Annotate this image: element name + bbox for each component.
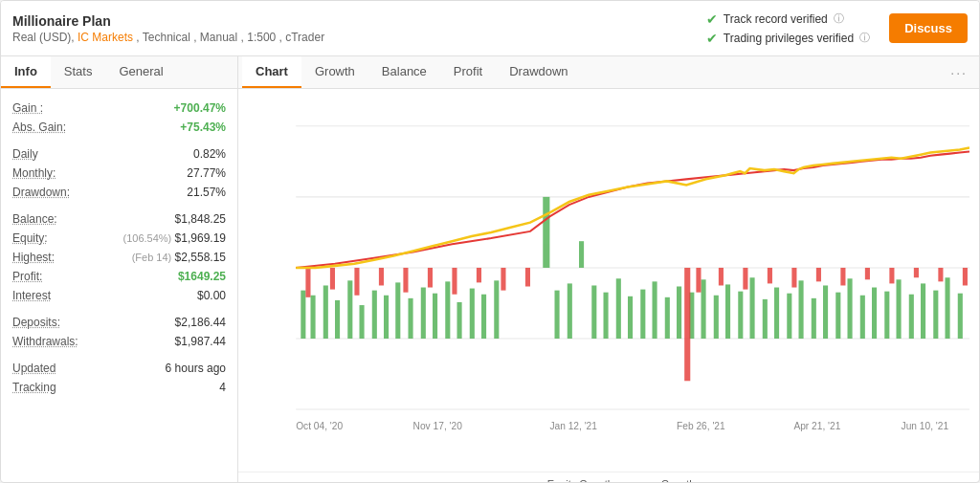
highest-value: (Feb 14) $2,558.15 <box>132 251 226 264</box>
svg-text:Oct 04, '20: Oct 04, '20 <box>296 421 343 431</box>
svg-rect-30 <box>470 289 475 339</box>
info-icon-1[interactable]: ⓘ <box>834 11 844 26</box>
svg-rect-36 <box>579 241 584 268</box>
svg-rect-24 <box>395 282 400 339</box>
svg-text:Jun 10, '21: Jun 10, '21 <box>902 421 949 431</box>
profit-row: Profit: $1649.25 <box>12 267 226 286</box>
svg-rect-74 <box>452 268 457 295</box>
chart-more-button[interactable]: ··· <box>943 57 975 88</box>
svg-rect-46 <box>702 279 706 339</box>
svg-rect-76 <box>501 268 505 291</box>
page-title: Millionaire Plan <box>12 13 706 29</box>
track-record-verified: ✔ Track record verified ⓘ <box>706 11 870 27</box>
withdrawals-value: $1,987.44 <box>175 335 226 348</box>
left-tabs: Info Stats General <box>1 56 237 89</box>
svg-rect-59 <box>860 296 865 339</box>
discuss-button[interactable]: Discuss <box>889 13 968 43</box>
svg-rect-90 <box>963 268 968 286</box>
svg-rect-39 <box>616 278 621 339</box>
balance-label: Balance: <box>12 212 57 226</box>
abs-gain-row: Abs. Gain: +75.43% <box>12 118 226 137</box>
svg-rect-56 <box>823 285 828 339</box>
svg-rect-78 <box>684 268 690 381</box>
gain-row: Gain : +700.47% <box>12 99 226 118</box>
svg-text:Apr 21, '21: Apr 21, '21 <box>793 421 840 431</box>
tab-info[interactable]: Info <box>1 56 51 88</box>
equity-prefix: (106.54%) <box>123 232 172 244</box>
daily-value: 0.82% <box>193 147 226 161</box>
verification-badges: ✔ Track record verified ⓘ ✔ Trading priv… <box>706 11 870 46</box>
svg-rect-71 <box>379 268 384 286</box>
chart-tab-chart[interactable]: Chart <box>242 56 301 88</box>
header-subtitle: Real (USD), IC Markets , Technical , Man… <box>12 31 706 44</box>
svg-rect-60 <box>872 288 877 339</box>
svg-rect-17 <box>311 296 316 339</box>
drawdown-label: Drawdown: <box>12 186 70 199</box>
withdrawals-row: Withdrawals: $1,987.44 <box>12 332 226 351</box>
svg-rect-35 <box>568 283 572 339</box>
svg-rect-29 <box>457 302 462 339</box>
highest-row: Highest: (Feb 14) $2,558.15 <box>12 248 226 267</box>
verified-label-1: Track record verified <box>724 12 828 26</box>
profit-value: $1649.25 <box>178 270 226 283</box>
svg-rect-22 <box>372 291 377 339</box>
chart-tab-drawdown[interactable]: Drawdown <box>496 56 581 88</box>
svg-rect-54 <box>799 280 804 339</box>
chart-tab-balance[interactable]: Balance <box>368 56 440 88</box>
highest-label: Highest: <box>12 251 55 264</box>
tab-general[interactable]: General <box>105 56 176 88</box>
tracking-row: Tracking 4 <box>12 378 226 397</box>
svg-rect-55 <box>812 298 816 339</box>
svg-rect-34 <box>555 291 560 339</box>
drawdown-row: Drawdown: 21.57% <box>12 183 226 202</box>
svg-rect-70 <box>354 268 359 296</box>
chart-tab-growth[interactable]: Growth <box>301 56 368 88</box>
check-icon-2: ✔ <box>706 31 718 46</box>
svg-text:Jan 12, '21: Jan 12, '21 <box>549 421 597 431</box>
chart-tab-profit[interactable]: Profit <box>440 56 496 88</box>
svg-rect-37 <box>591 285 596 339</box>
svg-text:Nov 17, '20: Nov 17, '20 <box>413 421 463 431</box>
broker-link[interactable]: IC Markets <box>78 31 133 44</box>
svg-text:Feb 26, '21: Feb 26, '21 <box>677 421 725 431</box>
highest-amount: $2,558.15 <box>175 251 226 264</box>
svg-rect-26 <box>421 288 426 339</box>
chart-legend: Equity Growth Growth <box>238 472 979 482</box>
svg-rect-82 <box>768 268 772 283</box>
svg-rect-28 <box>445 281 450 339</box>
svg-rect-38 <box>604 293 609 339</box>
svg-rect-19 <box>335 300 340 339</box>
svg-rect-61 <box>884 292 889 339</box>
chart-area: 1K% 500% 0% -500% -1K% Oct 04, '20 Nov 1… <box>238 89 979 472</box>
monthly-value: 27.77% <box>187 166 226 180</box>
svg-rect-31 <box>481 295 486 339</box>
withdrawals-label: Withdrawals: <box>12 335 78 348</box>
svg-rect-23 <box>384 296 389 339</box>
equity-label: Equity: <box>12 231 48 245</box>
svg-rect-40 <box>628 296 633 339</box>
trading-privileges-verified: ✔ Trading privileges verified ⓘ <box>706 31 870 46</box>
chart-svg: 1K% 500% 0% -500% -1K% Oct 04, '20 Nov 1… <box>286 99 969 433</box>
balance-value: $1,848.25 <box>175 212 226 226</box>
svg-rect-66 <box>946 277 950 339</box>
svg-rect-57 <box>835 293 840 339</box>
svg-rect-16 <box>301 291 305 339</box>
abs-gain-label: Abs. Gain: <box>12 121 66 134</box>
growth-label: Growth <box>661 478 695 482</box>
svg-rect-21 <box>360 305 365 339</box>
chart-tabs: Chart Growth Balance Profit Drawdown ··· <box>238 56 979 89</box>
svg-rect-62 <box>897 279 902 339</box>
updated-value: 6 hours ago <box>166 362 226 375</box>
daily-row: Daily 0.82% <box>12 144 226 164</box>
deposits-value: $2,186.44 <box>175 316 226 329</box>
tab-stats[interactable]: Stats <box>51 56 106 88</box>
info-content: Gain : +700.47% Abs. Gain: +75.43% Daily… <box>1 89 237 482</box>
svg-rect-81 <box>743 268 747 290</box>
deposits-row: Deposits: $2,186.44 <box>12 313 226 332</box>
svg-rect-73 <box>428 268 433 288</box>
info-icon-2[interactable]: ⓘ <box>859 31 870 45</box>
tracking-value: 4 <box>219 381 226 394</box>
interest-value: $0.00 <box>197 289 226 302</box>
monthly-row: Monthly: 27.77% <box>12 164 226 183</box>
svg-rect-68 <box>305 268 310 297</box>
